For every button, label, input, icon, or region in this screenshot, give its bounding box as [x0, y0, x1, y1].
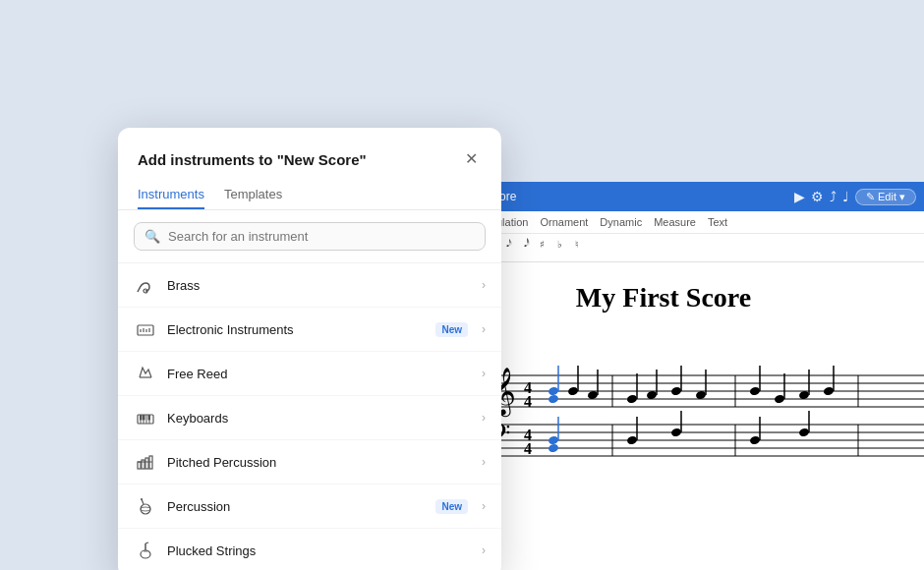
svg-rect-73 — [140, 415, 143, 421]
list-item[interactable]: Percussion New › — [118, 484, 501, 529]
edit-button[interactable]: ✎ Edit ▾ — [855, 189, 916, 205]
note-icon-7: ♯ — [535, 239, 549, 250]
list-item[interactable]: Brass › — [118, 263, 501, 308]
add-instruments-modal: Add instruments to "New Score" ✕ Instrum… — [118, 128, 501, 570]
svg-point-42 — [749, 386, 761, 396]
freereed-icon — [134, 362, 157, 385]
svg-point-48 — [823, 386, 835, 396]
svg-point-59 — [798, 428, 810, 437]
list-item[interactable]: Plucked Strings › — [118, 529, 501, 570]
svg-point-30 — [567, 386, 579, 396]
search-input-wrapper: 🔍 — [134, 222, 486, 251]
note-icon-8: ♭ — [552, 239, 566, 250]
tab-measure[interactable]: Measure — [654, 216, 696, 232]
list-item[interactable]: Keyboards › — [118, 396, 501, 440]
percussion-icon — [134, 494, 157, 518]
note-icon-9: ♮ — [570, 239, 584, 250]
plucked-icon — [134, 539, 157, 562]
modal-title: Add instruments to "New Score" — [138, 151, 367, 168]
svg-point-82 — [141, 507, 150, 511]
chevron-pitchedperc: › — [482, 455, 486, 469]
chevron-plucked: › — [482, 543, 486, 557]
modal-tabs: Instruments Templates — [118, 171, 501, 210]
brass-icon — [134, 273, 157, 297]
svg-point-29 — [548, 394, 559, 404]
svg-rect-62 — [138, 325, 153, 335]
electronic-icon — [134, 317, 157, 341]
chevron-brass: › — [482, 278, 486, 292]
tab-text[interactable]: Text — [708, 216, 727, 232]
svg-point-50 — [548, 435, 559, 445]
play-button[interactable]: ▶ — [794, 189, 805, 204]
instrument-list: Brass › Electronic Instruments New › — [118, 263, 501, 570]
tab-instruments[interactable]: Instruments — [138, 181, 204, 209]
pitchedperc-icon — [134, 450, 157, 474]
svg-text:4: 4 — [524, 440, 532, 457]
share-button[interactable]: ⤴ — [830, 189, 837, 204]
instrument-name-keyboards: Keyboards — [167, 411, 472, 426]
metronome-button[interactable]: ♩ — [842, 189, 849, 204]
instrument-name-pitchedperc: Pitched Percussion — [167, 455, 472, 470]
svg-point-53 — [626, 435, 638, 445]
new-badge-electronic: New — [435, 322, 468, 337]
svg-point-38 — [670, 386, 682, 396]
list-item[interactable]: Free Reed › — [118, 352, 501, 396]
search-icon: 🔍 — [144, 229, 160, 244]
staff-svg: 𝄞 𝄢 4 4 4 4 — [470, 356, 924, 478]
chevron-percussion: › — [482, 499, 486, 513]
keyboards-icon — [134, 406, 157, 429]
score-controls: ▶ ⚙ ⤴ ♩ ✎ Edit ▾ — [794, 189, 916, 205]
svg-rect-78 — [145, 458, 148, 469]
chevron-keyboards: › — [482, 411, 486, 425]
svg-rect-77 — [142, 460, 144, 469]
instrument-name-brass: Brass — [167, 278, 472, 293]
instrument-name-percussion: Percussion — [167, 499, 426, 514]
svg-line-87 — [145, 542, 148, 543]
note-icon-5: 𝅘𝅥𝅯 — [499, 238, 513, 250]
svg-point-44 — [774, 394, 785, 404]
svg-point-57 — [749, 435, 761, 445]
search-container: 🔍 — [118, 210, 501, 263]
svg-point-34 — [626, 394, 638, 404]
search-input[interactable] — [168, 229, 475, 244]
svg-point-55 — [670, 428, 682, 437]
instrument-name-freereed: Free Reed — [167, 367, 472, 381]
svg-point-84 — [141, 498, 143, 500]
new-badge-percussion: New — [435, 499, 468, 514]
modal-header: Add instruments to "New Score" ✕ — [118, 128, 501, 171]
svg-rect-76 — [138, 462, 141, 469]
svg-rect-75 — [148, 415, 151, 421]
svg-text:4: 4 — [524, 393, 532, 410]
chevron-electronic: › — [482, 322, 486, 336]
svg-point-52 — [548, 443, 559, 453]
list-item[interactable]: Electronic Instruments New › — [118, 308, 501, 352]
tab-templates[interactable]: Templates — [224, 181, 282, 209]
tab-ornament[interactable]: Ornament — [540, 216, 588, 232]
tab-dynamic[interactable]: Dynamic — [600, 216, 642, 232]
modal-close-button[interactable]: ✕ — [461, 147, 482, 171]
instrument-name-electronic: Electronic Instruments — [167, 322, 426, 337]
svg-point-27 — [548, 386, 559, 396]
svg-rect-74 — [143, 415, 145, 421]
chevron-freereed: › — [482, 367, 486, 380]
instrument-name-plucked: Plucked Strings — [167, 543, 472, 558]
list-item[interactable]: Pitched Percussion › — [118, 440, 501, 484]
note-icon-6: 𝅘𝅥𝅰 — [517, 238, 531, 250]
settings-button[interactable]: ⚙ — [811, 189, 824, 204]
svg-point-81 — [141, 504, 150, 514]
